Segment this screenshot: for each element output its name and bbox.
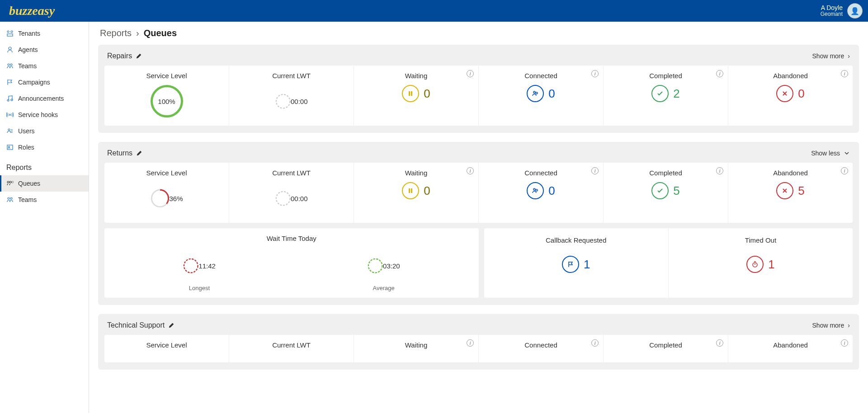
card-title: Abandoned (731, 72, 850, 80)
edit-icon[interactable] (168, 322, 175, 329)
gauge-value: 11:42 (198, 262, 216, 270)
info-icon[interactable]: i (467, 70, 474, 77)
card-title: Service Level (107, 169, 226, 177)
sidebar-item-announcements[interactable]: Announcements (0, 90, 89, 107)
queue-name: Technical Support (107, 321, 165, 329)
flag-icon (562, 256, 579, 273)
sidebar-item-label: Roles (18, 144, 34, 151)
svg-point-28 (536, 189, 538, 191)
gauge-value: 100% (158, 98, 175, 105)
svg-point-17 (276, 94, 290, 108)
gauge-value: 03:20 (383, 262, 400, 270)
metric-value: 0 (548, 184, 555, 198)
info-icon[interactable]: i (716, 339, 723, 347)
sub-label: Longest (189, 285, 210, 291)
info-icon[interactable]: i (716, 167, 723, 174)
info-icon[interactable]: i (716, 70, 723, 77)
stopwatch-icon (746, 256, 764, 273)
card-service-level: Service Level 36% (104, 163, 229, 223)
svg-rect-19 (411, 91, 412, 96)
main-content: Reports › Queues Repairs Show more › Ser… (89, 22, 868, 413)
queue-name: Repairs (107, 52, 132, 60)
card-abandoned: i Abandoned 0 (728, 66, 853, 126)
card-title: Completed (606, 72, 725, 80)
info-icon[interactable]: i (841, 167, 848, 174)
info-icon[interactable]: i (841, 339, 848, 347)
card-title: Waiting (357, 341, 476, 349)
sidebar-item-queues[interactable]: Queues (0, 175, 89, 192)
gauge-value: 36% (169, 195, 183, 202)
svg-point-16 (10, 197, 12, 199)
svg-point-21 (536, 92, 538, 94)
sidebar-item-service-hooks[interactable]: Service hooks (0, 107, 89, 123)
card-title: Timed Out (671, 236, 850, 244)
people-icon (527, 182, 544, 199)
chevron-right-icon: › (848, 322, 850, 329)
card-title: Connected (481, 341, 600, 349)
show-more-button[interactable]: Show more › (812, 322, 850, 329)
info-icon[interactable]: i (467, 339, 474, 347)
info-icon[interactable]: i (841, 70, 848, 77)
user-name: A Doyle (821, 5, 843, 11)
card-title: Service Level (107, 72, 226, 80)
card-service-level: Service Level 100% (104, 66, 229, 126)
queue-panel-repairs: Repairs Show more › Service Level 100% C… (98, 45, 859, 133)
edit-icon[interactable] (136, 53, 142, 59)
sidebar-item-tenants[interactable]: Tenants (0, 25, 89, 42)
card-current-lwt: Current LWT 00:00 (229, 163, 354, 223)
info-icon[interactable]: i (591, 70, 599, 77)
avatar[interactable]: 👤 (847, 3, 863, 19)
info-icon[interactable]: i (591, 339, 599, 347)
sidebar-item-report-teams[interactable]: Teams (0, 192, 89, 208)
teams-icon (6, 196, 14, 203)
show-more-button[interactable]: Show more › (812, 52, 850, 60)
x-icon (776, 85, 793, 102)
people-icon (527, 85, 544, 102)
sidebar-item-users[interactable]: Users (0, 123, 89, 139)
card-title: Current LWT (232, 169, 351, 177)
sidebar-item-teams[interactable]: Teams (0, 58, 89, 74)
sidebar-section-reports: Reports (0, 155, 89, 175)
check-icon (651, 85, 669, 102)
users-icon (6, 127, 14, 135)
sidebar-item-campaigns[interactable]: Campaigns (0, 74, 89, 90)
svg-point-4 (8, 64, 9, 66)
flag-icon (6, 79, 14, 86)
queues-icon (6, 180, 14, 187)
card-title: Waiting (357, 72, 476, 80)
x-icon (776, 182, 793, 199)
svg-point-12 (7, 181, 9, 183)
sidebar-item-roles[interactable]: Roles (0, 139, 89, 155)
chevron-right-icon: › (136, 28, 139, 38)
metric-value: 0 (424, 184, 430, 198)
card-waiting: i Waiting 0 (354, 66, 479, 126)
user-menu[interactable]: A Doyle Geomant 👤 (821, 3, 863, 19)
metric-value: 0 (548, 87, 555, 101)
queue-panel-returns: Returns Show less Service Level (98, 142, 859, 305)
toggle-label: Show more (812, 52, 844, 60)
sidebar-item-agents[interactable]: Agents (0, 42, 89, 58)
pause-icon (402, 182, 419, 199)
svg-point-11 (9, 146, 10, 148)
card-title: Callback Requested (487, 236, 665, 244)
card-waiting: i Waiting 0 (354, 163, 479, 223)
sidebar-item-label: Teams (18, 62, 37, 70)
breadcrumb-parent[interactable]: Reports (100, 28, 132, 38)
info-icon[interactable]: i (467, 167, 474, 174)
svg-rect-26 (411, 188, 412, 193)
card-title: Completed (606, 169, 725, 177)
teams-icon (6, 62, 14, 70)
metric-value: 1 (768, 258, 774, 272)
svg-point-20 (533, 91, 535, 93)
broadcast-icon (6, 111, 14, 118)
queue-panel-technical-support: Technical Support Show more › Service Le… (98, 314, 859, 370)
card-service-level: Service Level (104, 335, 229, 362)
info-icon[interactable]: i (591, 167, 599, 174)
card-title: Wait Time Today (267, 235, 316, 242)
edit-icon[interactable] (136, 150, 142, 156)
svg-point-1 (11, 31, 13, 33)
show-less-button[interactable]: Show less (811, 150, 850, 157)
sidebar-item-label: Users (18, 127, 35, 135)
sidebar-item-label: Queues (18, 180, 40, 187)
breadcrumb: Reports › Queues (98, 28, 859, 38)
